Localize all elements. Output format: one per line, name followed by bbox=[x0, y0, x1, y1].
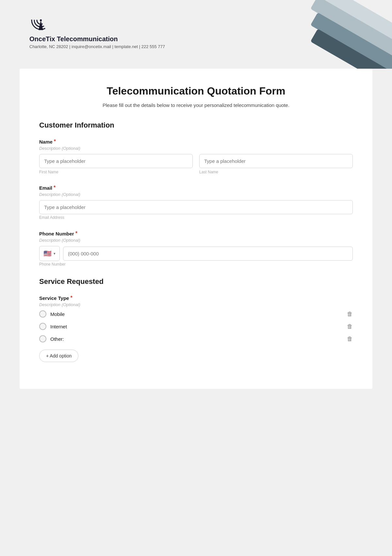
email-sublabel: Email Address bbox=[39, 215, 64, 220]
phone-required-star: * bbox=[75, 231, 77, 236]
last-name-sublabel: Last Name bbox=[199, 170, 353, 174]
email-required-star: * bbox=[54, 185, 56, 191]
radio-circle-internet[interactable] bbox=[39, 323, 46, 330]
phone-label: Phone Number * bbox=[39, 231, 353, 236]
radio-label-other: Other: bbox=[50, 336, 64, 342]
radio-circle-other[interactable] bbox=[39, 335, 46, 342]
first-name-input[interactable] bbox=[39, 154, 193, 168]
name-field-group: Name * Description (Optional) First Name… bbox=[39, 139, 353, 174]
service-type-required-star: * bbox=[70, 295, 72, 301]
phone-row: 🇺🇸 ▾ bbox=[39, 246, 353, 261]
delete-mobile-icon[interactable]: 🗑 bbox=[347, 311, 353, 318]
radio-option-internet: Internet 🗑 bbox=[39, 323, 353, 330]
name-description: Description (Optional) bbox=[39, 146, 353, 151]
radio-label-internet: Internet bbox=[50, 324, 67, 329]
first-name-sublabel: First Name bbox=[39, 170, 193, 174]
add-option-button[interactable]: + Add option bbox=[39, 350, 78, 362]
radio-option-other: Other: 🗑 bbox=[39, 335, 353, 342]
name-input-row: First Name Last Name bbox=[39, 154, 353, 174]
radio-label-mobile: Mobile bbox=[50, 311, 65, 317]
form-title: Telecommunication Quotation Form bbox=[39, 85, 353, 97]
service-type-description: Description (Optional) bbox=[39, 302, 353, 307]
phone-field-group: Phone Number * Description (Optional) 🇺🇸… bbox=[39, 231, 353, 267]
service-type-label: Service Type * bbox=[39, 295, 353, 301]
phone-input[interactable] bbox=[63, 247, 353, 261]
radio-left-other: Other: bbox=[39, 335, 64, 342]
service-options-list: Mobile 🗑 Internet 🗑 bbox=[39, 310, 353, 342]
radio-left-internet: Internet bbox=[39, 323, 67, 330]
email-label: Email * bbox=[39, 185, 353, 191]
svg-point-5 bbox=[40, 19, 42, 21]
email-field-group: Email * Description (Optional) Email Add… bbox=[39, 185, 353, 220]
email-description: Description (Optional) bbox=[39, 192, 353, 197]
company-info: Charlotte, NC 28202 | inquire@oncetix.ma… bbox=[29, 44, 372, 49]
radio-left-mobile: Mobile bbox=[39, 310, 65, 318]
form-subtitle: Please fill out the details below to rec… bbox=[39, 102, 353, 108]
delete-other-icon[interactable]: 🗑 bbox=[347, 336, 353, 342]
company-name: OnceTix Telecommunication bbox=[29, 35, 372, 43]
first-name-col: First Name bbox=[39, 154, 193, 174]
email-input[interactable] bbox=[39, 200, 353, 214]
company-logo-icon bbox=[29, 10, 52, 33]
country-flag-selector[interactable]: 🇺🇸 ▾ bbox=[39, 246, 60, 261]
name-label: Name * bbox=[39, 139, 353, 145]
logo-area: OnceTix Telecommunication Charlotte, NC … bbox=[29, 10, 372, 49]
phone-sublabel: Phone Number bbox=[39, 262, 66, 267]
delete-internet-icon[interactable]: 🗑 bbox=[347, 323, 353, 330]
form-container: Telecommunication Quotation Form Please … bbox=[20, 69, 372, 389]
page-wrapper: OnceTix Telecommunication Charlotte, NC … bbox=[0, 0, 392, 389]
svg-marker-3 bbox=[39, 20, 43, 30]
service-heading: Service Requested bbox=[39, 277, 353, 286]
service-type-field-group: Service Type * Description (Optional) Mo… bbox=[39, 295, 353, 362]
flag-chevron-icon: ▾ bbox=[54, 252, 56, 256]
phone-description: Description (Optional) bbox=[39, 238, 353, 243]
flag-emoji: 🇺🇸 bbox=[43, 250, 52, 257]
last-name-col: Last Name bbox=[199, 154, 353, 174]
last-name-input[interactable] bbox=[199, 154, 353, 168]
customer-info-heading: Customer Information bbox=[39, 121, 353, 130]
radio-option-mobile: Mobile 🗑 bbox=[39, 310, 353, 318]
header: OnceTix Telecommunication Charlotte, NC … bbox=[0, 0, 392, 69]
service-section: Service Requested Service Type * Descrip… bbox=[39, 277, 353, 362]
name-required-star: * bbox=[54, 139, 56, 145]
radio-circle-mobile[interactable] bbox=[39, 310, 46, 318]
